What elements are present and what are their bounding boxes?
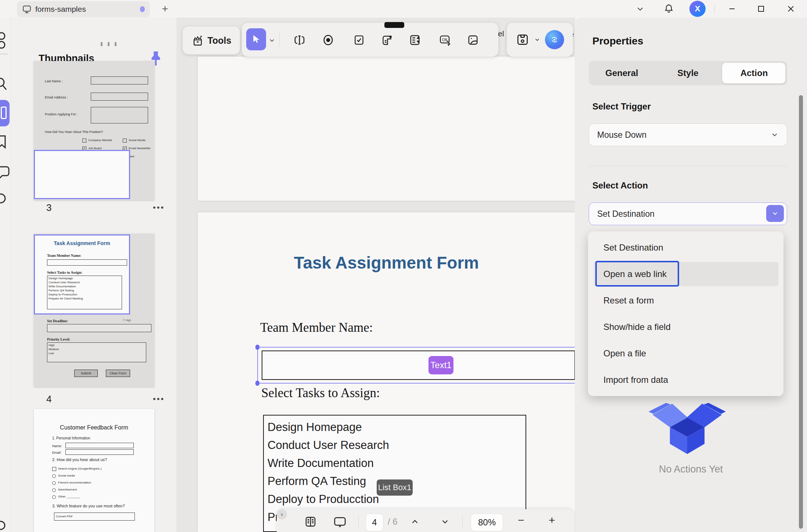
checkbox-tool[interactable]: [352, 33, 366, 47]
tools-icon: [191, 34, 204, 47]
bottom-toolbar: › 4 / 6 80% − +: [277, 509, 574, 532]
team-name-text-field[interactable]: [262, 351, 575, 380]
maximize-button[interactable]: [754, 2, 768, 15]
page4-more-button[interactable]: •••: [153, 394, 165, 404]
zoom-in-button[interactable]: +: [549, 514, 555, 526]
thumbnail-page-3[interactable]: Last Name : Email Address : Position App…: [34, 61, 154, 200]
text-field-tool[interactable]: [293, 33, 306, 47]
zoom-level-field[interactable]: 80%: [471, 514, 503, 531]
thumb4-submit-button: Submit: [74, 370, 98, 377]
tab-action[interactable]: Action: [721, 68, 787, 78]
menu-item-import-from-data[interactable]: Import from data: [603, 375, 668, 385]
action-dropdown-menu: Set Destination Open a web link Reset a …: [588, 231, 783, 396]
trigger-select[interactable]: Mouse Down: [589, 123, 787, 146]
page-4-surface: Task Assignment Form Team Member Name: T…: [198, 212, 575, 532]
page-total: / 6: [388, 517, 398, 527]
properties-tabs: General Style Action: [589, 61, 787, 85]
push-button-tool[interactable]: OK: [438, 33, 452, 47]
properties-panel: Properties General Style Action Select T…: [575, 18, 807, 532]
cursor-tool-chevron-icon[interactable]: [268, 37, 276, 44]
expand-toolbar-button[interactable]: ›: [277, 509, 287, 520]
document-tab[interactable]: forms-samples: [17, 1, 150, 17]
select-tasks-label: Select Tasks to Assign:: [261, 386, 380, 400]
page3-more-button[interactable]: •••: [153, 203, 165, 212]
action-select[interactable]: Set Destination: [589, 202, 787, 225]
zoom-out-button[interactable]: −: [518, 514, 524, 526]
next-page-chevron-icon[interactable]: [438, 514, 452, 529]
menu-item-show-hide-field[interactable]: Show/hide a field: [603, 322, 671, 332]
notifications-bell-icon[interactable]: [662, 2, 675, 15]
comment-icon[interactable]: [0, 164, 10, 181]
reading-mode-icon[interactable]: [303, 514, 318, 529]
menu-item-open-file[interactable]: Open a file: [603, 348, 646, 359]
history-icon[interactable]: [0, 190, 10, 206]
monitor-icon: [22, 4, 32, 14]
tab-title: forms-samples: [35, 5, 86, 14]
combo-box-tool[interactable]: [380, 33, 394, 47]
tooltip-remnant: [384, 22, 404, 28]
select-trigger-label: Select Trigger: [592, 101, 651, 112]
section-divider: [589, 166, 787, 166]
thumbnail-page-5[interactable]: Customer Feedback Form 1. Personal Infor…: [34, 409, 154, 532]
list-box-tool[interactable]: [408, 33, 422, 47]
settings-icon[interactable]: [0, 518, 10, 532]
left-icon-rail: [0, 18, 11, 532]
ai-assistant-button[interactable]: [545, 30, 564, 49]
select-action-label: Select Action: [592, 180, 648, 191]
doc-fragment-1: el: [498, 29, 504, 38]
save-chevron-icon[interactable]: [534, 36, 541, 43]
empty-state-caption: No Actions Yet: [575, 464, 807, 475]
presentation-mode-icon[interactable]: [333, 514, 347, 529]
app-window: forms-samples + X: [0, 0, 807, 532]
thumbnail-page-4[interactable]: Task Assignment Form Team Member Name: S…: [34, 234, 154, 387]
doc-title: Task Assignment Form: [198, 253, 575, 273]
viewport-rect-page3[interactable]: [34, 150, 130, 199]
form-tools-toolbar: OK: [242, 23, 498, 57]
titlebar-divider: [714, 4, 715, 14]
titlebar: forms-samples + X: [0, 0, 807, 18]
tools-button[interactable]: Tools: [183, 26, 240, 54]
search-icon[interactable]: [0, 76, 10, 93]
page3-number: 3: [46, 202, 51, 213]
menu-item-open-web-link[interactable]: Open a web link: [603, 269, 667, 279]
select-cursor-tool-active[interactable]: [246, 28, 266, 50]
previous-page-chevron-icon[interactable]: [408, 514, 422, 529]
trigger-value: Mouse Down: [597, 130, 646, 140]
panel-scrollbar[interactable]: [799, 95, 803, 529]
action-value: Set Destination: [597, 209, 654, 219]
thumb4-clear-button: Clear Form: [106, 370, 130, 377]
selection-handle-bottom[interactable]: [255, 381, 259, 386]
radio-button-tool[interactable]: [321, 33, 335, 47]
team-member-label: Team Member Name:: [260, 320, 373, 335]
save-toolbar: [507, 23, 573, 57]
user-avatar[interactable]: X: [689, 1, 706, 17]
text-field-badge[interactable]: Text1: [428, 356, 453, 374]
save-icon[interactable]: [516, 33, 530, 47]
tab-general[interactable]: General: [589, 68, 655, 78]
tools-label: Tools: [208, 35, 232, 46]
thumbnails-rail-button-active[interactable]: [0, 100, 10, 126]
selection-handle-top[interactable]: [255, 345, 259, 350]
minimize-button[interactable]: [725, 2, 739, 15]
thumbnails-panel: Thumbnails Last Name : Email Address : P…: [11, 18, 176, 532]
document-canvas[interactable]: Task Assignment Form Team Member Name: T…: [177, 18, 575, 532]
page-3-surface: [198, 57, 575, 201]
listbox-tooltip: List Box1: [377, 479, 413, 496]
close-button[interactable]: [784, 2, 797, 15]
menu-item-set-destination[interactable]: Set Destination: [603, 242, 663, 253]
titlebar-chevron-down-icon[interactable]: [634, 2, 647, 15]
tab-style[interactable]: Style: [655, 68, 721, 78]
unsaved-dot-icon: [140, 6, 145, 12]
cursor-icon: [251, 34, 262, 45]
empty-box-illustration: [647, 400, 728, 455]
menu-item-reset-form[interactable]: Reset a form: [603, 295, 654, 306]
trigger-chevron-icon: [771, 131, 779, 139]
new-tab-button[interactable]: +: [159, 3, 171, 15]
image-field-tool[interactable]: [466, 33, 480, 47]
action-select-dropdown-button[interactable]: [766, 205, 784, 222]
bookmark-icon[interactable]: [0, 134, 10, 150]
page-number-input[interactable]: 4: [366, 514, 383, 531]
page4-number: 4: [46, 393, 51, 405]
pages-icon[interactable]: [0, 32, 10, 50]
panel-drag-handle[interactable]: [101, 42, 116, 46]
